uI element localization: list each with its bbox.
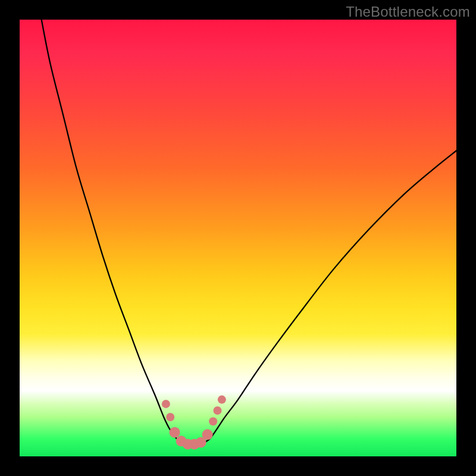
valley-marker: [166, 413, 174, 421]
curve-left: [42, 20, 181, 443]
plot-area: [20, 20, 456, 456]
valley-marker: [202, 429, 213, 440]
valley-marker: [162, 400, 170, 408]
watermark-text: TheBottleneck.com: [346, 4, 470, 20]
valley-marker: [209, 417, 217, 425]
valley-marker: [170, 427, 180, 438]
chart-stage: TheBottleneck.com: [0, 0, 476, 476]
valley-marker: [218, 396, 226, 404]
bottleneck-curve: [20, 20, 456, 456]
valley-marker: [214, 406, 222, 415]
valley-markers: [162, 396, 226, 450]
curve-right: [203, 151, 456, 443]
